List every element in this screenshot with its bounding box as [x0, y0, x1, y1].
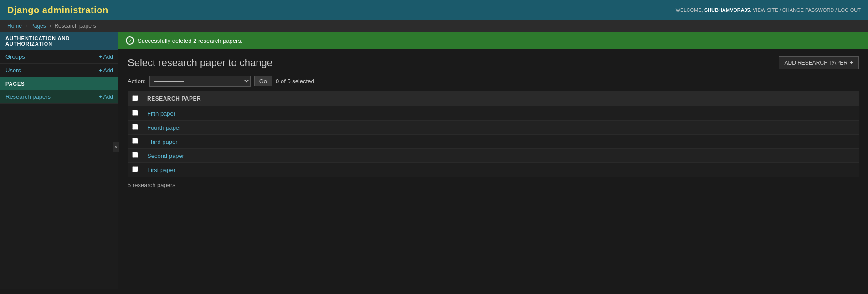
add-research-papers-link[interactable]: + Add — [99, 94, 113, 100]
site-title: Django administration — [7, 5, 108, 15]
add-research-paper-button[interactable]: ADD RESEARCH PAPER + — [779, 56, 859, 69]
row-name-cell: Second paper — [143, 149, 859, 163]
row-name-cell: Third paper — [143, 135, 859, 149]
content-wrapper: ✓ Successfully deleted 2 research papers… — [118, 32, 868, 289]
row-checkbox-cell — [128, 121, 143, 135]
add-groups-link[interactable]: + Add — [99, 54, 113, 60]
action-select[interactable]: ————— Delete selected research papers — [149, 76, 251, 87]
table-header-row: RESEARCH PAPER — [128, 91, 859, 106]
sidebar-item-research-papers: Research papers + Add — [0, 90, 118, 104]
user-tools: WELCOME, SHUBHAMVORA05. VIEW SITE / CHAN… — [676, 7, 861, 13]
row-checkbox[interactable] — [132, 138, 138, 144]
main-wrapper: AUTHENTICATION AND AUTHORIZATION Groups … — [0, 32, 868, 289]
users-link[interactable]: Users — [5, 67, 21, 74]
row-checkbox-cell — [128, 149, 143, 163]
row-checkbox-cell — [128, 135, 143, 149]
research-papers-link[interactable]: Research papers — [5, 93, 51, 100]
sidebar-item-users: Users + Add — [0, 64, 118, 77]
row-link[interactable]: Third paper — [147, 138, 177, 145]
row-link[interactable]: Fifth paper — [147, 110, 175, 117]
breadcrumb-separator-1: › — [25, 23, 27, 29]
research-paper-column-header: RESEARCH PAPER — [143, 91, 859, 106]
logout-link[interactable]: LOG OUT — [838, 7, 861, 13]
table-row: Second paper — [128, 149, 859, 163]
groups-link[interactable]: Groups — [5, 53, 25, 60]
go-button[interactable]: Go — [254, 76, 272, 86]
row-name-cell: Fourth paper — [143, 121, 859, 135]
breadcrumb-separator-2: › — [49, 23, 51, 29]
nav-toggle-button[interactable]: « — [113, 142, 119, 152]
table-row: Third paper — [128, 135, 859, 149]
success-message: ✓ Successfully deleted 2 research papers… — [118, 32, 868, 49]
table-row: Fifth paper — [128, 106, 859, 121]
add-research-paper-icon: + — [850, 60, 853, 66]
sidebar-item-groups: Groups + Add — [0, 50, 118, 64]
row-checkbox-cell — [128, 106, 143, 121]
result-count: 5 research papers — [128, 182, 859, 188]
content: Select research paper to change ADD RESE… — [118, 49, 868, 196]
row-link[interactable]: Fourth paper — [147, 124, 181, 131]
result-table: RESEARCH PAPER Fifth paper — [128, 91, 859, 177]
row-checkbox[interactable] — [132, 166, 138, 172]
table-row: First paper — [128, 163, 859, 177]
table-row: Fourth paper — [128, 121, 859, 135]
table-header: RESEARCH PAPER — [128, 91, 859, 106]
row-name-cell: First paper — [143, 163, 859, 177]
view-site-link[interactable]: VIEW SITE — [753, 7, 778, 13]
row-link[interactable]: Second paper — [147, 152, 184, 159]
sidebar-auth-header: AUTHENTICATION AND AUTHORIZATION — [0, 32, 118, 50]
username: SHUBHAMVORA05 — [704, 7, 750, 13]
success-text: Successfully deleted 2 research papers. — [138, 37, 243, 44]
success-icon: ✓ — [126, 36, 134, 45]
selected-count: 0 of 5 selected — [276, 78, 314, 85]
row-checkbox-cell — [128, 163, 143, 177]
page-title: Select research paper to change — [128, 57, 272, 69]
select-all-column — [128, 91, 143, 106]
breadcrumb-current: Research papers — [54, 23, 96, 29]
breadcrumb: Home › Pages › Research papers — [0, 20, 868, 32]
header: Django administration WELCOME, SHUBHAMVO… — [0, 0, 868, 20]
breadcrumb-pages[interactable]: Pages — [31, 23, 46, 29]
row-checkbox[interactable] — [132, 110, 138, 116]
action-label: Action: — [128, 78, 146, 85]
breadcrumb-home[interactable]: Home — [7, 23, 22, 29]
table-body: Fifth paper Fourth paper — [128, 106, 859, 177]
sidebar-pages-header: PAGES — [0, 77, 118, 90]
welcome-text: WELCOME, — [676, 7, 703, 13]
actions-bar: Action: ————— Delete selected research p… — [128, 76, 859, 87]
add-users-link[interactable]: + Add — [99, 67, 113, 74]
change-password-link[interactable]: CHANGE PASSWORD — [782, 7, 834, 13]
row-checkbox[interactable] — [132, 124, 138, 130]
row-link[interactable]: First paper — [147, 167, 175, 173]
row-checkbox[interactable] — [132, 152, 138, 158]
content-header: Select research paper to change ADD RESE… — [128, 56, 859, 69]
row-name-cell: Fifth paper — [143, 106, 859, 121]
add-research-paper-label: ADD RESEARCH PAPER — [785, 60, 847, 66]
select-all-checkbox[interactable] — [132, 95, 138, 101]
sidebar: AUTHENTICATION AND AUTHORIZATION Groups … — [0, 32, 118, 289]
